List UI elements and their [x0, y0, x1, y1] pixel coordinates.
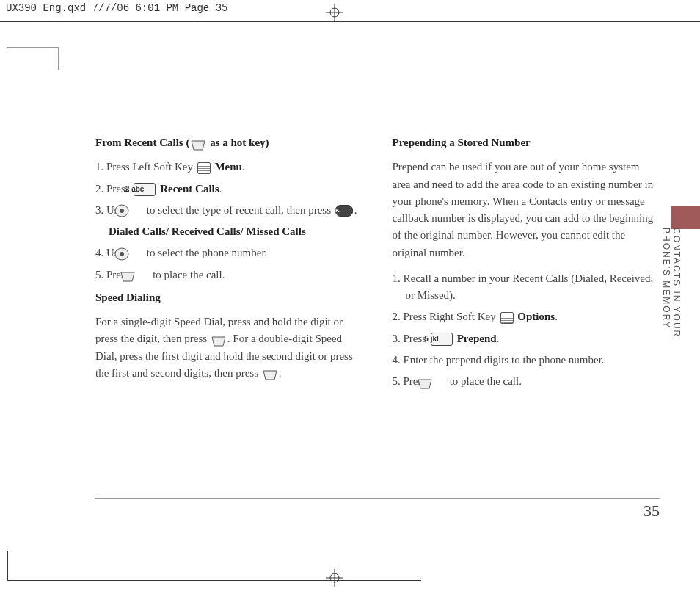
registration-mark-icon [326, 569, 343, 587]
right-column: Prepending a Stored Number Prepend can b… [393, 128, 660, 394]
heading-recent-calls: From Recent Calls ( as a hot key) [95, 134, 363, 151]
svg-point-8 [120, 252, 124, 256]
crop-info-header: UX390_Eng.qxd 7/7/06 6:01 PM Page 35 [0, 0, 700, 22]
crop-corner-icon [7, 40, 66, 70]
svg-point-6 [120, 209, 124, 213]
bottom-crop-corner-icon [7, 551, 8, 581]
send-key-icon [263, 369, 277, 379]
r-step-2: 2. Press Right Soft Key Options. [393, 308, 660, 325]
speed-dial-paragraph: For a single-digit Speed Dial, press and… [95, 314, 363, 382]
registration-mark-icon [326, 4, 343, 21]
step-2: 2. Press 2 abc Recent Calls. [95, 181, 363, 198]
page-content: From Recent Calls ( as a hot key) 1. Pre… [95, 128, 660, 550]
send-key-icon [134, 270, 148, 280]
step-5: 5. Press to place the call. [95, 267, 363, 283]
section-tab [671, 206, 700, 229]
step-3: 3. Use to select the type of recent call… [95, 202, 363, 219]
heading-speed-dialing: Speed Dialing [95, 289, 363, 306]
left-soft-key-icon [197, 162, 211, 174]
bottom-crop-line-icon [7, 580, 421, 581]
prepend-paragraph: Prepend can be used if you are out of yo… [393, 159, 660, 261]
step-1: 1. Press Left Soft Key Menu. [95, 159, 363, 175]
left-column: From Recent Calls ( as a hot key) 1. Pre… [95, 128, 363, 394]
call-types: Dialed Calls/ Received Calls/ Missed Cal… [109, 223, 363, 240]
page-number: 35 [95, 498, 660, 521]
crop-info-text: UX390_Eng.qxd 7/7/06 6:01 PM Page 35 [6, 2, 227, 14]
nav-key-icon [128, 247, 142, 261]
right-soft-key-icon [500, 312, 514, 324]
r-step-1: 1. Recall a number in your Recent Calls … [393, 270, 660, 305]
step-4: 4. Use to select the phone number. [95, 245, 363, 261]
r-step-4: 4. Enter the prepend digits to the phone… [393, 352, 660, 369]
key-2-icon: 2 abc [134, 183, 156, 196]
nav-key-icon [128, 204, 142, 217]
section-label: CONTACTS IN YOUR PHONE'S MEMORY [671, 228, 682, 345]
section-label-line2: PHONE'S MEMORY [661, 228, 671, 329]
heading-prepending: Prepending a Stored Number [393, 134, 660, 151]
section-label-line1: CONTACTS IN YOUR [671, 228, 682, 338]
r-step-5: 5. Press to place the call. [393, 373, 660, 390]
r-step-3: 3. Press 5 jkl Prepend. [393, 330, 660, 347]
key-5-icon: 5 jkl [431, 333, 453, 346]
send-key-icon [211, 335, 226, 345]
send-key-icon [191, 139, 205, 149]
send-key-icon [431, 377, 445, 388]
ok-key-icon: OK [335, 205, 353, 217]
